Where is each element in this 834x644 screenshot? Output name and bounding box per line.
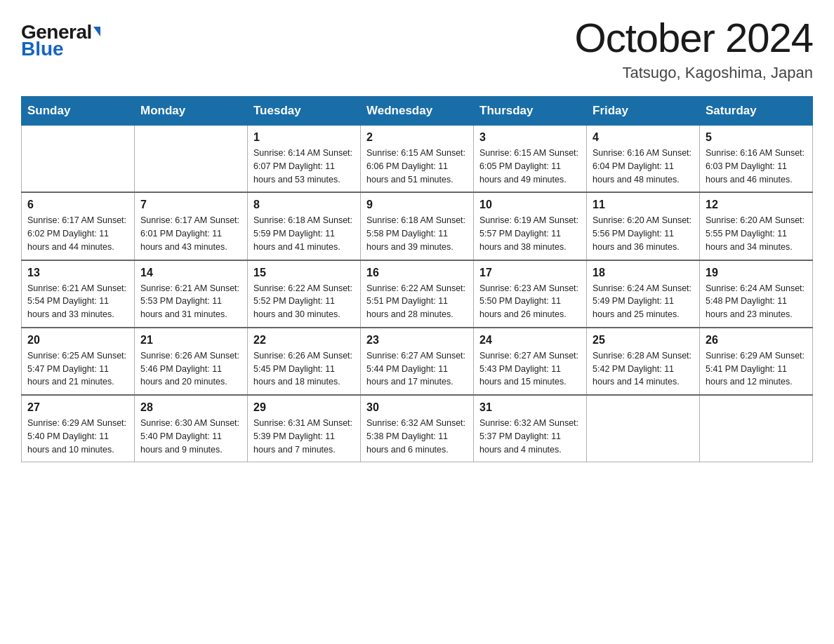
calendar-week-row: 20Sunrise: 6:25 AM Sunset: 5:47 PM Dayli… — [22, 328, 813, 395]
day-number: 21 — [140, 334, 241, 347]
day-info: Sunrise: 6:16 AM Sunset: 6:03 PM Dayligh… — [706, 147, 807, 186]
day-number: 4 — [593, 131, 694, 144]
day-number: 17 — [479, 267, 581, 279]
calendar-cell: 25Sunrise: 6:28 AM Sunset: 5:42 PM Dayli… — [587, 328, 700, 395]
calendar-cell: 26Sunrise: 6:29 AM Sunset: 5:41 PM Dayli… — [700, 328, 813, 395]
day-info: Sunrise: 6:23 AM Sunset: 5:50 PM Dayligh… — [479, 282, 581, 321]
calendar-cell: 29Sunrise: 6:31 AM Sunset: 5:39 PM Dayli… — [248, 395, 361, 462]
calendar-cell: 30Sunrise: 6:32 AM Sunset: 5:38 PM Dayli… — [361, 395, 474, 462]
logo-blue: Blue — [21, 38, 64, 60]
logo-arrow-icon — [93, 27, 100, 36]
calendar-cell: 31Sunrise: 6:32 AM Sunset: 5:37 PM Dayli… — [474, 395, 587, 462]
calendar-header-wednesday: Wednesday — [361, 97, 474, 126]
logo: General Blue — [21, 21, 100, 60]
calendar-cell: 10Sunrise: 6:19 AM Sunset: 5:57 PM Dayli… — [474, 192, 587, 260]
calendar-cell: 5Sunrise: 6:16 AM Sunset: 6:03 PM Daylig… — [700, 126, 813, 193]
day-info: Sunrise: 6:24 AM Sunset: 5:48 PM Dayligh… — [706, 282, 807, 321]
day-number: 18 — [593, 267, 694, 279]
title-block: October 2024 Tatsugo, Kagoshima, Japan — [575, 14, 813, 82]
day-number: 23 — [366, 334, 468, 347]
day-number: 8 — [253, 199, 355, 211]
day-info: Sunrise: 6:16 AM Sunset: 6:04 PM Dayligh… — [593, 147, 694, 186]
calendar-header-monday: Monday — [135, 97, 248, 126]
day-info: Sunrise: 6:30 AM Sunset: 5:40 PM Dayligh… — [140, 417, 241, 456]
day-number: 11 — [593, 199, 694, 211]
calendar-cell: 15Sunrise: 6:22 AM Sunset: 5:52 PM Dayli… — [248, 260, 361, 328]
day-number: 7 — [140, 199, 241, 211]
day-info: Sunrise: 6:18 AM Sunset: 5:59 PM Dayligh… — [253, 214, 355, 253]
calendar-cell — [22, 126, 135, 193]
day-info: Sunrise: 6:22 AM Sunset: 5:52 PM Dayligh… — [253, 282, 355, 321]
day-number: 3 — [479, 131, 581, 144]
calendar-week-row: 1Sunrise: 6:14 AM Sunset: 6:07 PM Daylig… — [22, 126, 813, 193]
day-number: 22 — [253, 334, 355, 347]
calendar-header-row: SundayMondayTuesdayWednesdayThursdayFrid… — [22, 97, 813, 126]
day-number: 5 — [706, 131, 807, 144]
day-number: 25 — [593, 334, 694, 347]
calendar-cell: 13Sunrise: 6:21 AM Sunset: 5:54 PM Dayli… — [22, 260, 135, 328]
day-number: 28 — [140, 401, 241, 414]
calendar-cell: 12Sunrise: 6:20 AM Sunset: 5:55 PM Dayli… — [700, 192, 813, 260]
calendar-cell: 22Sunrise: 6:26 AM Sunset: 5:45 PM Dayli… — [248, 328, 361, 395]
calendar-cell: 23Sunrise: 6:27 AM Sunset: 5:44 PM Dayli… — [361, 328, 474, 395]
calendar-header-friday: Friday — [587, 97, 700, 126]
page-header: General Blue October 2024 Tatsugo, Kagos… — [21, 14, 813, 82]
day-info: Sunrise: 6:17 AM Sunset: 6:02 PM Dayligh… — [27, 214, 128, 253]
day-number: 31 — [479, 401, 581, 414]
calendar-cell: 4Sunrise: 6:16 AM Sunset: 6:04 PM Daylig… — [587, 126, 700, 193]
calendar-cell: 20Sunrise: 6:25 AM Sunset: 5:47 PM Dayli… — [22, 328, 135, 395]
calendar-cell: 6Sunrise: 6:17 AM Sunset: 6:02 PM Daylig… — [22, 192, 135, 260]
day-number: 13 — [27, 267, 128, 279]
day-info: Sunrise: 6:32 AM Sunset: 5:37 PM Dayligh… — [479, 417, 581, 456]
day-info: Sunrise: 6:15 AM Sunset: 6:06 PM Dayligh… — [366, 147, 468, 186]
day-info: Sunrise: 6:14 AM Sunset: 6:07 PM Dayligh… — [253, 147, 355, 186]
calendar-cell: 11Sunrise: 6:20 AM Sunset: 5:56 PM Dayli… — [587, 192, 700, 260]
calendar-cell — [700, 395, 813, 462]
day-number: 16 — [366, 267, 468, 279]
day-info: Sunrise: 6:31 AM Sunset: 5:39 PM Dayligh… — [253, 417, 355, 456]
calendar-cell: 24Sunrise: 6:27 AM Sunset: 5:43 PM Dayli… — [474, 328, 587, 395]
day-number: 10 — [479, 199, 581, 211]
calendar-week-row: 13Sunrise: 6:21 AM Sunset: 5:54 PM Dayli… — [22, 260, 813, 328]
calendar-table: SundayMondayTuesdayWednesdayThursdayFrid… — [21, 96, 813, 462]
calendar-week-row: 27Sunrise: 6:29 AM Sunset: 5:40 PM Dayli… — [22, 395, 813, 462]
subtitle: Tatsugo, Kagoshima, Japan — [575, 64, 813, 82]
calendar-cell: 9Sunrise: 6:18 AM Sunset: 5:58 PM Daylig… — [361, 192, 474, 260]
day-info: Sunrise: 6:19 AM Sunset: 5:57 PM Dayligh… — [479, 214, 581, 253]
day-info: Sunrise: 6:21 AM Sunset: 5:54 PM Dayligh… — [27, 282, 128, 321]
day-number: 26 — [706, 334, 807, 347]
day-info: Sunrise: 6:21 AM Sunset: 5:53 PM Dayligh… — [140, 282, 241, 321]
day-number: 14 — [140, 267, 241, 279]
day-number: 2 — [366, 131, 468, 144]
day-info: Sunrise: 6:29 AM Sunset: 5:41 PM Dayligh… — [706, 349, 807, 389]
calendar-cell: 21Sunrise: 6:26 AM Sunset: 5:46 PM Dayli… — [135, 328, 248, 395]
calendar-cell: 3Sunrise: 6:15 AM Sunset: 6:05 PM Daylig… — [474, 126, 587, 193]
day-info: Sunrise: 6:26 AM Sunset: 5:46 PM Dayligh… — [140, 349, 241, 389]
day-info: Sunrise: 6:32 AM Sunset: 5:38 PM Dayligh… — [366, 417, 468, 456]
day-number: 20 — [27, 334, 128, 347]
day-number: 27 — [27, 401, 128, 414]
calendar-cell: 18Sunrise: 6:24 AM Sunset: 5:49 PM Dayli… — [587, 260, 700, 328]
calendar-cell: 27Sunrise: 6:29 AM Sunset: 5:40 PM Dayli… — [22, 395, 135, 462]
day-info: Sunrise: 6:22 AM Sunset: 5:51 PM Dayligh… — [366, 282, 468, 321]
day-number: 9 — [366, 199, 468, 211]
calendar-cell: 19Sunrise: 6:24 AM Sunset: 5:48 PM Dayli… — [700, 260, 813, 328]
day-info: Sunrise: 6:28 AM Sunset: 5:42 PM Dayligh… — [593, 349, 694, 389]
calendar-header-saturday: Saturday — [700, 97, 813, 126]
day-info: Sunrise: 6:24 AM Sunset: 5:49 PM Dayligh… — [593, 282, 694, 321]
calendar-cell — [135, 126, 248, 193]
calendar-cell: 17Sunrise: 6:23 AM Sunset: 5:50 PM Dayli… — [474, 260, 587, 328]
calendar-week-row: 6Sunrise: 6:17 AM Sunset: 6:02 PM Daylig… — [22, 192, 813, 260]
day-number: 1 — [253, 131, 355, 144]
day-number: 15 — [253, 267, 355, 279]
day-info: Sunrise: 6:27 AM Sunset: 5:44 PM Dayligh… — [366, 349, 468, 389]
calendar-header-thursday: Thursday — [474, 97, 587, 126]
calendar-cell: 16Sunrise: 6:22 AM Sunset: 5:51 PM Dayli… — [361, 260, 474, 328]
day-number: 30 — [366, 401, 468, 414]
day-info: Sunrise: 6:27 AM Sunset: 5:43 PM Dayligh… — [479, 349, 581, 389]
day-info: Sunrise: 6:26 AM Sunset: 5:45 PM Dayligh… — [253, 349, 355, 389]
day-info: Sunrise: 6:15 AM Sunset: 6:05 PM Dayligh… — [479, 147, 581, 186]
calendar-header-tuesday: Tuesday — [248, 97, 361, 126]
day-info: Sunrise: 6:25 AM Sunset: 5:47 PM Dayligh… — [27, 349, 128, 389]
day-info: Sunrise: 6:18 AM Sunset: 5:58 PM Dayligh… — [366, 214, 468, 253]
